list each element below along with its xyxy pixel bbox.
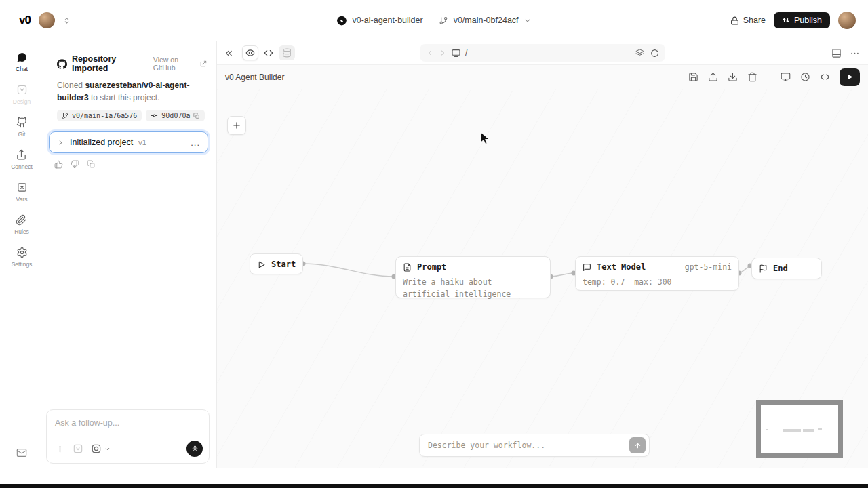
icon-rail: Chat Design Git Connect Vars bbox=[0, 41, 43, 468]
git-branch-icon bbox=[62, 113, 68, 119]
v0-logo[interactable]: v0 bbox=[19, 14, 31, 27]
view-on-github-label: View on GitHub bbox=[153, 56, 198, 72]
more-menu-icon[interactable] bbox=[850, 48, 860, 58]
refresh-icon[interactable] bbox=[650, 49, 659, 58]
preview-toolbar: / bbox=[217, 41, 868, 65]
rail-item-design[interactable]: Design bbox=[13, 84, 31, 105]
workspace-avatar[interactable] bbox=[39, 12, 55, 28]
workflow-submit-button[interactable] bbox=[629, 437, 646, 453]
code-icon[interactable] bbox=[820, 72, 830, 82]
screen-size-icon[interactable] bbox=[452, 49, 460, 58]
view-on-github-link[interactable]: View on GitHub bbox=[153, 56, 207, 72]
add-node-button[interactable] bbox=[227, 116, 246, 135]
git-commit-icon bbox=[151, 112, 158, 119]
rail-item-settings[interactable]: Settings bbox=[12, 247, 33, 268]
feedback-mail-icon[interactable] bbox=[16, 447, 27, 458]
rail-item-git[interactable]: Git bbox=[16, 117, 28, 138]
top-bar: v0 v0-ai-agent-builder v0/main-0bf24acf bbox=[0, 0, 868, 41]
publish-label: Publish bbox=[794, 16, 822, 25]
preview-area: / v0 Agent Buil bbox=[217, 41, 868, 468]
node-end[interactable]: End bbox=[751, 258, 822, 279]
layers-icon[interactable] bbox=[635, 49, 644, 58]
rail-label: Vars bbox=[16, 196, 28, 203]
commit-badge[interactable]: 90d070a bbox=[146, 110, 205, 121]
chat-icon bbox=[16, 52, 28, 63]
node-text-model[interactable]: Text Model gpt-5-mini temp: 0.7 max: 300 bbox=[575, 256, 739, 291]
model-select[interactable] bbox=[91, 443, 111, 454]
copy-commit-icon[interactable] bbox=[193, 113, 200, 119]
nav-back-icon[interactable] bbox=[426, 49, 434, 57]
url-bar[interactable]: / bbox=[420, 44, 665, 62]
rules-icon bbox=[16, 214, 27, 226]
chat-input[interactable]: Ask a follow-up... bbox=[55, 418, 201, 428]
workspace-switcher-icon[interactable] bbox=[63, 17, 71, 24]
play-icon bbox=[257, 260, 266, 269]
url-path[interactable]: / bbox=[465, 48, 467, 58]
thumbs-up-icon[interactable] bbox=[54, 160, 63, 169]
run-workflow-button[interactable] bbox=[840, 68, 860, 86]
microphone-button[interactable] bbox=[186, 441, 203, 457]
screen-bottom-edge bbox=[0, 484, 868, 488]
project-name[interactable]: v0-ai-agent-builder bbox=[352, 16, 422, 25]
rail-label: Settings bbox=[12, 261, 33, 268]
rail-label: Design bbox=[13, 98, 31, 105]
design-icon bbox=[16, 84, 28, 96]
version-card-title: Initialized project bbox=[70, 138, 133, 147]
builder-title: v0 Agent Builder bbox=[225, 73, 284, 82]
panel-layout-icon[interactable] bbox=[831, 48, 842, 58]
external-link-icon bbox=[200, 60, 207, 67]
preview-eye-toggle[interactable] bbox=[242, 45, 258, 60]
version-more-button[interactable]: ... bbox=[191, 138, 200, 148]
save-icon[interactable] bbox=[688, 72, 698, 82]
rail-item-chat[interactable]: Chat bbox=[16, 52, 28, 73]
rail-item-connect[interactable]: Connect bbox=[11, 149, 33, 170]
node-start[interactable]: Start bbox=[250, 253, 303, 274]
node-prompt[interactable]: Prompt Write a haiku about artificial in… bbox=[395, 256, 551, 298]
version-card-initialized-project[interactable]: Initialized project v1 ... bbox=[49, 131, 208, 153]
minimap[interactable] bbox=[756, 400, 843, 458]
delete-icon[interactable] bbox=[747, 72, 757, 82]
history-clock-icon[interactable] bbox=[800, 72, 810, 82]
github-logo-icon bbox=[57, 59, 67, 69]
code-view-toggle[interactable] bbox=[260, 45, 277, 60]
publish-button[interactable]: Publish bbox=[774, 12, 830, 28]
rail-label: Git bbox=[18, 131, 26, 138]
document-icon bbox=[403, 263, 412, 272]
preview-monitor-icon[interactable] bbox=[781, 72, 791, 82]
connect-icon bbox=[16, 149, 27, 161]
import-icon[interactable] bbox=[728, 72, 738, 82]
chat-composer[interactable]: Ask a follow-up... bbox=[46, 409, 210, 464]
gear-icon bbox=[16, 247, 28, 258]
node-title: End bbox=[773, 264, 788, 273]
node-title: Text Model bbox=[597, 262, 646, 272]
user-avatar[interactable] bbox=[838, 12, 856, 29]
thumbs-down-icon[interactable] bbox=[71, 160, 79, 169]
publish-icon bbox=[782, 16, 790, 24]
database-view-toggle[interactable] bbox=[279, 45, 295, 60]
commit-badge-label: 90d070a bbox=[161, 112, 190, 119]
vars-icon bbox=[16, 182, 28, 193]
view-mode-segment bbox=[242, 45, 295, 60]
share-button[interactable]: Share bbox=[730, 16, 766, 25]
rail-item-vars[interactable]: Vars bbox=[16, 182, 28, 203]
attach-plus-icon[interactable] bbox=[55, 444, 65, 454]
export-icon[interactable] bbox=[708, 72, 718, 82]
chat-panel: Repository Imported View on GitHub Clone… bbox=[43, 41, 217, 468]
branch-badge[interactable]: v0/main-1a76a576 bbox=[57, 110, 142, 121]
chevron-down-icon[interactable] bbox=[524, 17, 532, 24]
rail-label: Chat bbox=[16, 66, 28, 73]
workflow-canvas[interactable]: Start Prompt Write a haiku about artific… bbox=[217, 89, 868, 468]
nav-forward-icon[interactable] bbox=[439, 49, 447, 57]
rail-item-rules[interactable]: Rules bbox=[14, 214, 29, 235]
workflow-input[interactable]: Describe your workflow... bbox=[428, 441, 629, 450]
chevron-right-icon[interactable] bbox=[57, 139, 64, 146]
branch-badge-label: v0/main-1a76a576 bbox=[72, 112, 137, 119]
github-icon bbox=[16, 117, 28, 128]
branch-selector[interactable]: v0/main-0bf24acf bbox=[454, 16, 519, 25]
chat-bubble-icon bbox=[583, 263, 591, 272]
collapse-panel-icon[interactable] bbox=[224, 48, 234, 58]
repository-imported-card: Repository Imported View on GitHub Clone… bbox=[43, 41, 216, 121]
workflow-composer[interactable]: Describe your workflow... bbox=[419, 434, 650, 457]
design-mode-icon[interactable] bbox=[73, 443, 83, 454]
copy-message-icon[interactable] bbox=[87, 160, 96, 169]
